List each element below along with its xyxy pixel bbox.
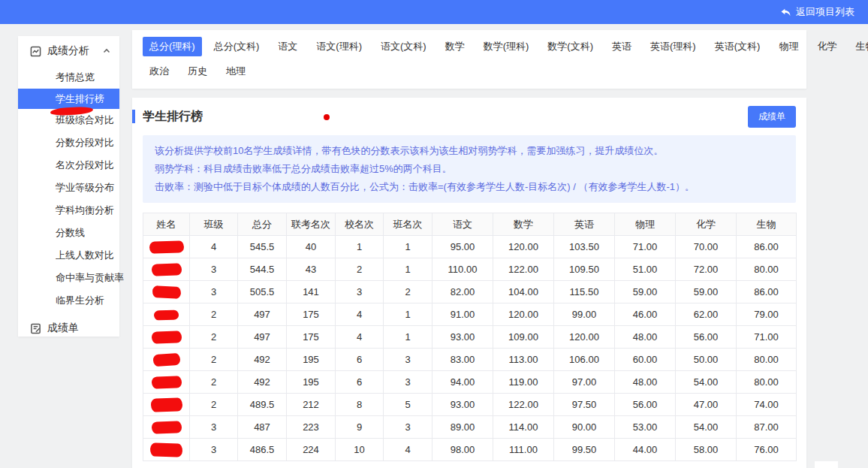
column-header: 语文 bbox=[432, 213, 493, 236]
cell-value: 497 bbox=[238, 326, 287, 349]
table-row: 24921956383.00113.00106.0060.0050.0080.0… bbox=[143, 349, 797, 371]
notice-line-3: 击败率：测验中低于目标个体成绩的人数百分比，公式为：击败率=(有效参考学生人数-… bbox=[155, 178, 784, 196]
cell-score-weak: 93.00 bbox=[432, 326, 493, 349]
ranking-table: 姓名班级总分联考名次校名次班名次语文数学英语物理化学生物 4545.540119… bbox=[143, 213, 797, 461]
cell-value: 224 bbox=[287, 439, 336, 461]
cell-score: 106.00 bbox=[554, 349, 615, 371]
table-row: 34872239389.00114.0090.0053.0054.0087.00 bbox=[143, 416, 797, 439]
cell-value: 486.5 bbox=[238, 439, 287, 461]
cell-score: 71.00 bbox=[737, 326, 797, 349]
back-to-project-list-link[interactable]: 返回项目列表 bbox=[780, 5, 854, 19]
cell-value: 2 bbox=[384, 281, 432, 303]
cell-score: 56.00 bbox=[676, 326, 737, 349]
sidebar-item[interactable]: 学生排行榜 bbox=[18, 89, 119, 109]
redacted-name-scribble bbox=[150, 397, 182, 412]
cell-score: 74.00 bbox=[737, 394, 797, 416]
sidebar-item[interactable]: 命中率与贡献率 bbox=[18, 267, 119, 289]
cell-value: 487 bbox=[238, 416, 287, 439]
subject-tab[interactable]: 地理 bbox=[219, 62, 252, 81]
cell-value: 2 bbox=[336, 258, 384, 281]
notice-line-2: 弱势学科：科目成绩击败率低于总分成绩击败率超过5%的两个科目。 bbox=[155, 160, 784, 178]
cell-score: 115.50 bbox=[554, 281, 615, 303]
table-row: 3505.51413282.00104.00115.5059.0059.0086… bbox=[143, 281, 797, 303]
cell-value: 4 bbox=[384, 439, 432, 461]
subject-tab[interactable]: 历史 bbox=[181, 62, 214, 81]
table-row: 24921956394.00119.0097.0048.0054.0080.00 bbox=[143, 371, 797, 394]
redacted-name-scribble bbox=[152, 285, 181, 299]
red-dot-annotation bbox=[324, 114, 330, 120]
tab-row-2: 政治历史地理 bbox=[143, 62, 796, 81]
sidebar-item[interactable]: 分数分段对比 bbox=[18, 131, 119, 154]
subject-tab[interactable]: 语文(理科) bbox=[309, 37, 369, 56]
table-row: 24971754191.00120.0099.0046.0062.0079.00 bbox=[143, 303, 797, 326]
cell-score: 111.00 bbox=[493, 439, 554, 461]
panel-header: 学生排行榜 成绩单 bbox=[143, 107, 796, 126]
student-ranking-panel: 学生排行榜 成绩单 该分析提供学校前10名学生成绩详情，带有色块的分数表示该科为… bbox=[132, 98, 806, 468]
column-header: 生物 bbox=[737, 213, 797, 236]
cell-value: 3 bbox=[336, 281, 384, 303]
cell-value: 1 bbox=[384, 303, 432, 326]
cell-score: 47.00 bbox=[676, 394, 737, 416]
cell-score: 86.00 bbox=[737, 281, 797, 303]
cell-score: 62.00 bbox=[676, 303, 737, 326]
table-header-row: 姓名班级总分联考名次校名次班名次语文数学英语物理化学生物 bbox=[143, 213, 797, 236]
subject-tab[interactable]: 总分(文科) bbox=[207, 37, 267, 56]
tab-row-1: 总分(理科)总分(文科)语文语文(理科)语文(文科)数学数学(理科)数学(文科)… bbox=[143, 37, 796, 56]
cell-name bbox=[143, 326, 190, 349]
subject-tab[interactable]: 语文 bbox=[271, 37, 304, 56]
subject-tab[interactable]: 物理 bbox=[772, 37, 805, 56]
subject-tab[interactable]: 数学 bbox=[439, 37, 472, 56]
column-header: 英语 bbox=[554, 213, 615, 236]
column-header: 物理 bbox=[615, 213, 676, 236]
subject-tab[interactable]: 语文(文科) bbox=[374, 37, 433, 56]
score-report-button[interactable]: 成绩单 bbox=[748, 106, 796, 128]
subject-tab[interactable]: 总分(理科) bbox=[143, 37, 202, 56]
subject-tab[interactable]: 英语(理科) bbox=[643, 37, 703, 56]
cell-name bbox=[143, 281, 190, 303]
subject-tab[interactable]: 生物 bbox=[848, 37, 868, 56]
cell-value: 2 bbox=[190, 349, 238, 371]
chart-icon bbox=[30, 46, 41, 57]
column-header: 联考名次 bbox=[287, 213, 336, 236]
sidebar-item[interactable]: 临界生分析 bbox=[18, 289, 119, 312]
subject-tab[interactable]: 英语 bbox=[605, 37, 638, 56]
sidebar-item-score-report[interactable]: 成绩单 bbox=[18, 315, 119, 342]
sidebar: 成绩分析 考情总览学生排行榜班级综合对比分数分段对比名次分段对比学业等级分布学科… bbox=[18, 36, 119, 337]
cell-value: 3 bbox=[190, 258, 238, 281]
subject-tab[interactable]: 化学 bbox=[810, 37, 843, 56]
chevron-up-icon bbox=[103, 47, 110, 55]
cell-value: 4 bbox=[336, 303, 384, 326]
cell-score-weak: 99.00 bbox=[554, 303, 615, 326]
cell-score: 110.00 bbox=[432, 258, 493, 281]
sidebar-item[interactable]: 学业等级分布 bbox=[18, 177, 119, 199]
sidebar-item[interactable]: 考情总览 bbox=[18, 66, 119, 89]
sidebar-section-label: 成绩分析 bbox=[47, 44, 89, 58]
subject-tab[interactable]: 数学(理科) bbox=[477, 37, 536, 56]
cell-value: 195 bbox=[287, 371, 336, 394]
cell-value: 489.5 bbox=[238, 394, 287, 416]
cell-value: 10 bbox=[336, 439, 384, 461]
cell-value: 3 bbox=[190, 416, 238, 439]
redacted-name-scribble bbox=[149, 240, 184, 254]
sidebar-section-score-analysis[interactable]: 成绩分析 bbox=[18, 36, 119, 66]
cell-score: 87.00 bbox=[737, 416, 797, 439]
subject-tab[interactable]: 政治 bbox=[143, 62, 176, 81]
subject-tab[interactable]: 数学(文科) bbox=[541, 37, 600, 56]
cell-score: 120.00 bbox=[554, 326, 615, 349]
sidebar-item[interactable]: 名次分段对比 bbox=[18, 154, 119, 177]
cell-name bbox=[143, 258, 190, 281]
cell-score-weak: 103.50 bbox=[554, 236, 615, 258]
cell-value: 43 bbox=[287, 258, 336, 281]
sidebar-item[interactable]: 分数线 bbox=[18, 222, 119, 244]
cell-value: 3 bbox=[384, 371, 432, 394]
cell-score: 60.00 bbox=[615, 349, 676, 371]
top-bar: 返回项目列表 bbox=[0, 0, 868, 24]
back-to-top-button[interactable] bbox=[815, 461, 838, 468]
subject-tabs-panel: 总分(理科)总分(文科)语文语文(理科)语文(文科)数学数学(理科)数学(文科)… bbox=[132, 30, 806, 89]
sidebar-item[interactable]: 学科均衡分析 bbox=[18, 199, 119, 222]
cell-score: 70.00 bbox=[676, 236, 737, 258]
cell-value: 6 bbox=[336, 371, 384, 394]
subject-tab[interactable]: 英语(文科) bbox=[708, 37, 767, 56]
sidebar-item[interactable]: 上线人数对比 bbox=[18, 244, 119, 267]
page-title: 学生排行榜 bbox=[143, 109, 203, 125]
